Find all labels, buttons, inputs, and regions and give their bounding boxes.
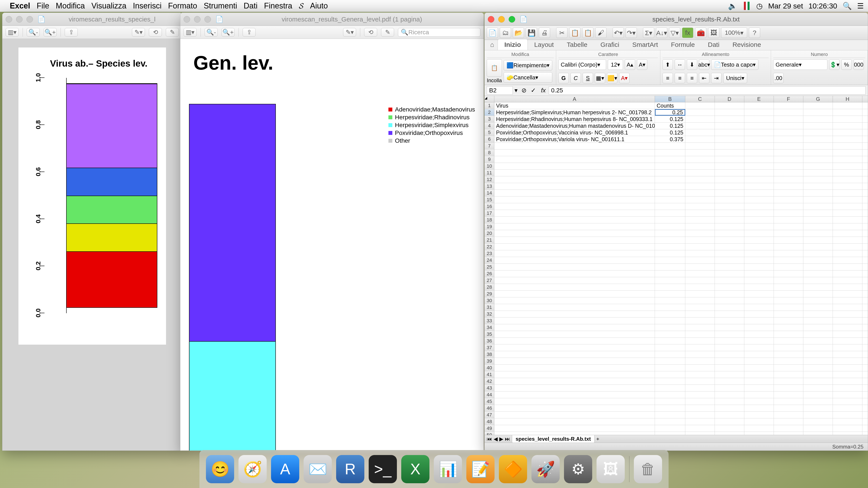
cell[interactable] (715, 412, 744, 418)
cell[interactable] (803, 136, 833, 142)
cell[interactable] (774, 371, 803, 378)
cell[interactable] (744, 324, 774, 331)
cell[interactable] (774, 324, 803, 331)
cell[interactable] (833, 136, 862, 142)
menu-tools[interactable]: Strumenti (204, 1, 237, 10)
cell[interactable] (685, 183, 715, 190)
cell[interactable] (685, 418, 715, 425)
cell[interactable] (803, 318, 833, 324)
cell[interactable] (715, 210, 744, 217)
cancel-icon[interactable]: ⊘ (522, 87, 526, 94)
cell[interactable] (494, 351, 655, 358)
zoom-icon[interactable] (205, 16, 211, 23)
cell[interactable] (774, 405, 803, 412)
clear-button[interactable]: 🧽 Cancella ▾ (504, 72, 552, 83)
menu-data[interactable]: Dati (244, 1, 257, 10)
align-bot-button[interactable]: ⬇ (687, 59, 697, 70)
cell[interactable] (744, 338, 774, 344)
cell[interactable] (803, 425, 833, 432)
cell[interactable] (803, 257, 833, 263)
fill-button[interactable]: 🟦 Riempimento ▾ (504, 60, 552, 70)
cell[interactable] (685, 136, 715, 142)
cell[interactable] (774, 237, 803, 243)
underline-button[interactable]: S (583, 73, 593, 83)
cell[interactable] (833, 203, 862, 210)
cell[interactable]: Virus (494, 102, 655, 109)
cell[interactable] (494, 230, 655, 237)
timemachine-icon[interactable]: ◷ (756, 2, 763, 10)
cell[interactable] (494, 264, 655, 270)
cell[interactable] (774, 264, 803, 270)
cell[interactable] (655, 378, 685, 385)
cell[interactable] (803, 243, 833, 250)
cell[interactable] (833, 150, 862, 156)
cell[interactable] (655, 183, 685, 190)
media-button[interactable]: 🖼 (708, 28, 719, 38)
menu-insert[interactable]: Inserisci (133, 1, 162, 10)
cell[interactable] (774, 398, 803, 405)
cell[interactable] (774, 176, 803, 183)
cell[interactable] (774, 391, 803, 398)
cell[interactable] (803, 291, 833, 297)
cell[interactable]: Poxviridae;Orthopoxvirus;Vaccinia virus-… (494, 129, 655, 136)
cell[interactable] (685, 230, 715, 237)
grow-font-button[interactable]: A▴ (625, 59, 635, 70)
cell[interactable] (833, 405, 862, 412)
zoom-icon[interactable] (509, 16, 515, 23)
cell[interactable] (685, 338, 715, 344)
cell[interactable] (655, 412, 685, 418)
cell[interactable] (803, 170, 833, 176)
cell[interactable] (715, 270, 744, 277)
cell[interactable] (833, 123, 862, 129)
cell[interactable] (833, 311, 862, 317)
cell[interactable] (494, 257, 655, 263)
cell[interactable]: 0.25 (655, 109, 685, 116)
cell[interactable] (744, 196, 774, 203)
cell[interactable] (655, 405, 685, 412)
cell[interactable] (655, 398, 685, 405)
search-input[interactable]: 🔍 Ricerca (398, 28, 480, 37)
cell[interactable] (744, 425, 774, 432)
cell[interactable] (833, 109, 862, 116)
confirm-icon[interactable]: ✓ (531, 87, 536, 94)
formula-input[interactable]: 0.25 (549, 86, 866, 95)
cell[interactable] (494, 237, 655, 243)
minimize-icon[interactable] (498, 16, 505, 23)
cell[interactable] (685, 432, 715, 435)
cell[interactable] (803, 277, 833, 284)
cell[interactable] (744, 102, 774, 109)
cell[interactable] (774, 257, 803, 263)
zoom-icon[interactable] (27, 16, 33, 23)
close-icon[interactable] (184, 16, 190, 23)
cell[interactable] (685, 425, 715, 432)
cell[interactable] (803, 203, 833, 210)
fx-button[interactable]: fx (682, 28, 693, 38)
cell[interactable] (833, 190, 862, 196)
cell[interactable] (715, 432, 744, 435)
copy-button[interactable]: 📋 (569, 28, 581, 38)
cell[interactable] (774, 351, 803, 358)
cell[interactable] (774, 129, 803, 136)
cell[interactable] (655, 371, 685, 378)
align-left-button[interactable]: ≡ (662, 73, 673, 83)
help-button[interactable]: ? (749, 28, 760, 38)
cell[interactable] (655, 345, 685, 351)
cell[interactable] (685, 217, 715, 223)
cell[interactable] (774, 243, 803, 250)
toolbox-button[interactable]: 🧰 (695, 28, 706, 38)
cell[interactable] (685, 378, 715, 385)
annotate-button[interactable]: ✎ (166, 28, 179, 37)
nav-next-icon[interactable]: ▶ (499, 436, 503, 442)
cell[interactable] (655, 311, 685, 317)
cell[interactable] (685, 170, 715, 176)
cell[interactable] (803, 371, 833, 378)
print-button[interactable]: 🖨 (539, 28, 550, 38)
cell[interactable] (774, 378, 803, 385)
nav-last-icon[interactable]: ⏭ (505, 436, 510, 442)
tab-formule[interactable]: Formule (664, 39, 701, 50)
cell[interactable] (774, 156, 803, 163)
cell[interactable] (494, 338, 655, 344)
cell[interactable] (744, 237, 774, 243)
open-button[interactable]: 📂 (513, 28, 524, 38)
cell[interactable] (774, 284, 803, 290)
